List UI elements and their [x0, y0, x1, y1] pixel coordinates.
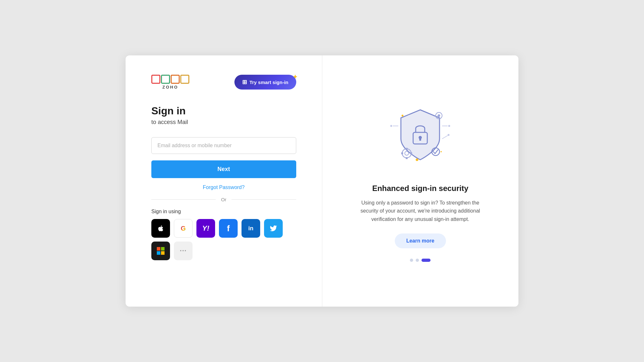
dot-3: [421, 259, 431, 262]
facebook-signin-button[interactable]: f: [219, 219, 238, 238]
linkedin-signin-button[interactable]: in: [242, 219, 260, 238]
forgot-password-link[interactable]: Forgot Password?: [151, 185, 296, 190]
svg-point-4: [405, 151, 409, 155]
apple-signin-button[interactable]: [151, 219, 170, 238]
svg-point-17: [390, 125, 392, 127]
yahoo-signin-button[interactable]: Y!: [196, 219, 215, 238]
zoho-text: ZOHO: [162, 85, 178, 90]
main-card: ZOHO ⊞ Try smart sign-in ✦ Sign in to ac…: [126, 55, 518, 307]
svg-point-20: [440, 151, 442, 152]
svg-point-18: [416, 158, 418, 161]
security-description: Using only a password to sign in? To str…: [359, 199, 481, 224]
svg-point-9: [432, 148, 440, 156]
sign-in-title: Sign in: [151, 105, 296, 117]
or-line-left: [151, 199, 216, 200]
dot-1: [410, 259, 413, 262]
svg-point-19: [402, 115, 403, 117]
microsoft-icon: [157, 247, 165, 255]
twitter-icon: [270, 224, 277, 232]
linkedin-icon: in: [248, 225, 253, 232]
svg-point-13: [448, 125, 450, 127]
logo-area: ZOHO ⊞ Try smart sign-in ✦: [151, 75, 296, 90]
zoho-logo: ZOHO: [151, 75, 189, 90]
more-options-button[interactable]: ···: [174, 242, 193, 260]
zoho-box-green: [161, 75, 170, 84]
or-line-right: [232, 199, 296, 200]
more-icon: ···: [180, 247, 186, 255]
google-icon: G: [181, 225, 186, 232]
svg-line-14: [442, 136, 448, 139]
right-panel: Enhanced sign-in security Using only a p…: [322, 55, 519, 307]
svg-rect-8: [410, 152, 412, 154]
carousel-dots: [410, 259, 431, 262]
microsoft-signin-button[interactable]: [151, 242, 170, 260]
svg-rect-5: [406, 148, 408, 150]
smart-signin-icon: ⊞: [242, 79, 247, 86]
learn-more-button[interactable]: Learn more: [395, 233, 446, 248]
zoho-box-orange: [171, 75, 180, 84]
svg-point-11: [438, 114, 440, 117]
or-text: Or: [221, 197, 226, 202]
svg-rect-7: [401, 152, 403, 154]
zoho-box-red: [151, 75, 160, 84]
sparkle-icon: ✦: [293, 73, 298, 81]
next-button[interactable]: Next: [151, 160, 296, 178]
left-panel: ZOHO ⊞ Try smart sign-in ✦ Sign in to ac…: [126, 55, 322, 307]
twitter-signin-button[interactable]: [264, 219, 283, 238]
smart-signin-button[interactable]: ⊞ Try smart sign-in ✦: [234, 75, 296, 90]
google-signin-button[interactable]: G: [174, 219, 193, 238]
sign-in-subtitle: to access Mail: [151, 119, 296, 126]
or-divider: Or: [151, 197, 296, 202]
dot-2: [416, 259, 419, 262]
sign-in-using-label: Sign in using: [151, 209, 296, 214]
email-input[interactable]: [151, 137, 296, 154]
smart-signin-label: Try smart sign-in: [250, 80, 289, 85]
svg-rect-6: [406, 157, 408, 159]
apple-icon: [157, 224, 165, 232]
facebook-icon: f: [227, 224, 230, 233]
svg-point-15: [448, 134, 450, 136]
security-illustration: [385, 100, 456, 171]
svg-rect-2: [419, 138, 421, 141]
social-icons-container: G Y! f in: [151, 219, 296, 260]
zoho-box-yellow: [180, 75, 189, 84]
yahoo-icon: Y!: [202, 224, 209, 233]
security-title: Enhanced sign-in security: [372, 184, 469, 193]
